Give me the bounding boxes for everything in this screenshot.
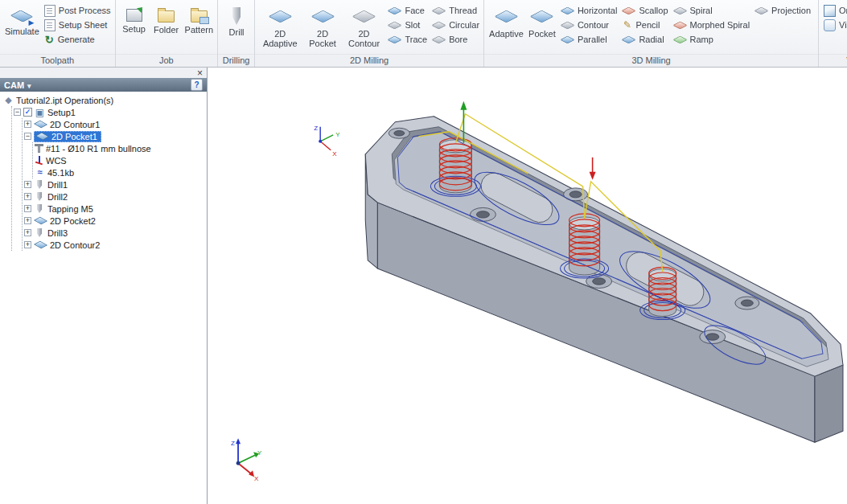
simulate-icon [12, 8, 31, 24]
setup-button[interactable]: Setup [118, 2, 150, 34]
contour-label: Contour [578, 20, 609, 30]
tree-item-root[interactable]: Tutorial2.ipt Operation(s) [3, 94, 207, 106]
ribbon-group-drilling: Drill Drilling [218, 0, 255, 67]
adaptive-button[interactable]: Adaptive [487, 2, 526, 39]
tree-item-drill1[interactable]: Drill1 [24, 178, 207, 191]
drill-tree-icon [37, 192, 42, 201]
drill-tree-icon [37, 180, 42, 189]
circular-label: Circular [449, 20, 479, 30]
contour-button[interactable]: Contour [558, 18, 620, 32]
tree-label: Drill3 [47, 228, 68, 238]
cam-panel-title: CAM [4, 80, 24, 90]
tree-item-tapping-m5[interactable]: Tapping M5 [24, 203, 207, 215]
setup-sheet-icon [44, 19, 56, 31]
parallel-button[interactable]: Parallel [558, 32, 620, 47]
pocket-button[interactable]: Pocket [526, 2, 558, 39]
tree-label: Setup1 [47, 108, 76, 117]
spiral-button[interactable]: Spiral [671, 3, 753, 18]
expand-icon[interactable] [24, 181, 31, 188]
projection-button[interactable]: Projection [752, 3, 813, 18]
expand-icon[interactable] [24, 121, 31, 128]
2d-pocket-button[interactable]: 2D Pocket [303, 2, 343, 48]
pencil-label: Pencil [635, 20, 660, 30]
radial-icon [622, 35, 636, 43]
collapse-icon[interactable] [14, 109, 21, 116]
setup-label: Setup [122, 24, 146, 34]
spiral-label: Spiral [690, 6, 713, 15]
setup-sheet-label: Setup Sheet [59, 20, 108, 30]
trace-button[interactable]: Trace [385, 32, 430, 47]
post-process-label: Post Process [59, 6, 111, 15]
expand-icon[interactable] [24, 217, 31, 224]
pencil-button[interactable]: Pencil [619, 18, 670, 32]
circular-button[interactable]: Circular [430, 18, 482, 32]
ramp-label: Ramp [690, 35, 713, 44]
tree-item-toolpath-size[interactable]: 45.1kb [35, 166, 207, 178]
tree-item-wcs[interactable]: WCS [35, 154, 207, 166]
group-label-view: View [819, 54, 847, 67]
cam-panel-header[interactable]: CAM ? [0, 78, 207, 92]
orientation-button[interactable]: Orientation [821, 3, 847, 18]
setup-sheet-button[interactable]: Setup Sheet [42, 18, 113, 32]
slot-button[interactable]: Slot [385, 18, 430, 32]
parallel-label: Parallel [578, 35, 607, 44]
model-canvas[interactable]: Z Y X Z Y X [208, 68, 847, 504]
expand-icon[interactable] [24, 241, 31, 248]
thread-button[interactable]: Thread [430, 3, 482, 18]
close-icon[interactable]: × [197, 69, 203, 77]
radial-button[interactable]: Radial [619, 32, 670, 47]
tree-item-setup1[interactable]: Setup1 [14, 106, 207, 118]
operation-icon [35, 133, 49, 141]
viewport-3d[interactable]: Z Y X Z Y X [208, 68, 847, 504]
expand-icon[interactable] [24, 193, 31, 200]
setup1-checkbox[interactable] [23, 108, 32, 117]
ramp-button[interactable]: Ramp [671, 32, 753, 47]
svg-text:X: X [254, 475, 259, 482]
tree-item-2d-contour2[interactable]: 2D Contour2 [24, 239, 207, 251]
view-triad[interactable]: Z Y X [231, 438, 262, 482]
contour-icon [560, 21, 574, 29]
radial-label: Radial [639, 35, 664, 44]
trace-icon [388, 35, 402, 43]
scallop-button[interactable]: Scallop [619, 3, 670, 18]
2d-contour-label: 2D Contour [345, 29, 384, 48]
folder-label: Folder [154, 25, 179, 35]
projection-icon [754, 6, 768, 14]
folder-button[interactable]: Folder [150, 2, 183, 35]
face-button[interactable]: Face [385, 3, 430, 18]
tree-item-drill3[interactable]: Drill3 [24, 227, 207, 239]
simulate-button[interactable]: Simulate [2, 2, 42, 36]
tree-item-2d-contour1[interactable]: 2D Contour1 [24, 118, 207, 130]
collapse-icon[interactable] [24, 133, 31, 140]
tree-item-tool[interactable]: #11 - Ø10 R1 mm bullnose [35, 142, 207, 154]
2d-contour-icon [352, 10, 376, 23]
post-process-icon [44, 5, 56, 17]
tree-item-2d-pocket1[interactable]: 2D Pocket1 [24, 130, 207, 142]
tree-label: Drill1 [47, 180, 68, 190]
bore-button[interactable]: Bore [430, 32, 482, 47]
morphed-spiral-button[interactable]: Morphed Spiral [671, 18, 753, 32]
app-window: Simulate Post Process Setup Sheet Genera… [0, 0, 847, 504]
2d-contour-button[interactable]: 2D Contour [343, 2, 386, 48]
expand-icon[interactable] [24, 205, 31, 212]
orientation-label: Orientation [839, 6, 847, 15]
tree-label: #11 - Ø10 R1 mm bullnose [46, 144, 151, 154]
pattern-button[interactable]: Pattern [183, 2, 216, 35]
drill-icon [232, 7, 241, 25]
ribbon-group-toolpath: Simulate Post Process Setup Sheet Genera… [0, 0, 116, 67]
drill-button[interactable]: Drill [220, 2, 253, 37]
tree-item-drill2[interactable]: Drill2 [24, 191, 207, 203]
post-process-button[interactable]: Post Process [42, 3, 113, 18]
tree-label: Tutorial2.ipt Operation(s) [16, 96, 113, 105]
2d-adaptive-button[interactable]: 2D Adaptive [257, 2, 302, 48]
horizontal-button[interactable]: Horizontal [558, 3, 620, 18]
slot-icon [388, 21, 402, 29]
selected-item[interactable]: 2D Pocket1 [34, 131, 101, 142]
generate-button[interactable]: Generate [42, 32, 113, 47]
ribbon-group-3d-milling: Adaptive Pocket Horizontal Contour [484, 0, 819, 67]
tree-item-2d-pocket2[interactable]: 2D Pocket2 [24, 215, 207, 227]
visibility-button[interactable]: Visibility [821, 18, 847, 32]
help-button[interactable]: ? [191, 79, 203, 91]
expand-icon[interactable] [24, 229, 31, 236]
plunge-arrow-red [590, 158, 596, 180]
